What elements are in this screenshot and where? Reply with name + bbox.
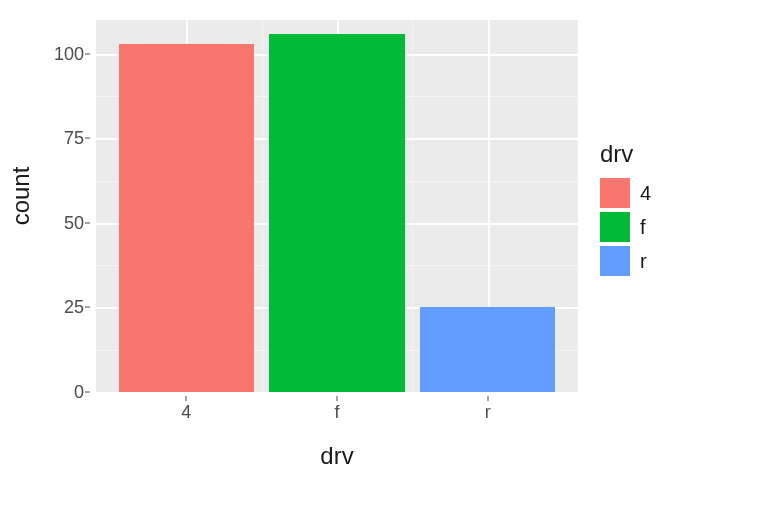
y-tick-label: 50 (34, 212, 84, 233)
bar-r (420, 307, 556, 392)
y-axis-title-text: count (7, 167, 35, 226)
y-tick-label: 25 (34, 297, 84, 318)
y-tick-mark (85, 222, 90, 223)
x-tick-label: r (485, 402, 491, 423)
y-axis-title: count (8, 0, 34, 392)
y-tick-label: 75 (34, 128, 84, 149)
legend-label: f (640, 216, 646, 239)
legend-item-f: f (600, 212, 740, 242)
legend-swatch-fill (600, 212, 630, 242)
grid-major-h (96, 392, 578, 394)
legend-items: 4fr (600, 178, 740, 276)
y-tick-mark (85, 138, 90, 139)
legend-swatch-fill (600, 246, 630, 276)
x-axis-ticks: 4fr (96, 396, 578, 436)
legend: drv 4fr (600, 140, 740, 280)
x-axis-title: drv (96, 442, 578, 470)
bar-4 (119, 44, 255, 392)
legend-title: drv (600, 140, 740, 168)
legend-swatch-fill (600, 178, 630, 208)
x-tick-label: f (334, 402, 339, 423)
legend-swatch (600, 178, 630, 208)
legend-item-r: r (600, 246, 740, 276)
x-tick-mark (186, 396, 187, 401)
legend-swatch (600, 246, 630, 276)
y-tick-mark (85, 53, 90, 54)
legend-label: r (640, 250, 647, 273)
x-tick-label: 4 (181, 402, 191, 423)
bar-f (269, 34, 405, 392)
x-tick-mark (337, 396, 338, 401)
x-axis-title-text: drv (320, 442, 353, 469)
y-tick-mark (85, 307, 90, 308)
bars-layer (96, 20, 578, 392)
x-tick-mark (487, 396, 488, 401)
y-tick-label: 0 (34, 382, 84, 403)
legend-item-4: 4 (600, 178, 740, 208)
legend-swatch (600, 212, 630, 242)
y-tick-mark (85, 392, 90, 393)
plot-panel (96, 20, 578, 392)
y-axis-ticks: 0255075100 (34, 20, 90, 392)
bar-chart: count 0255075100 4fr drv drv 4fr (0, 0, 768, 512)
legend-label: 4 (640, 182, 651, 205)
y-tick-label: 100 (34, 43, 84, 64)
